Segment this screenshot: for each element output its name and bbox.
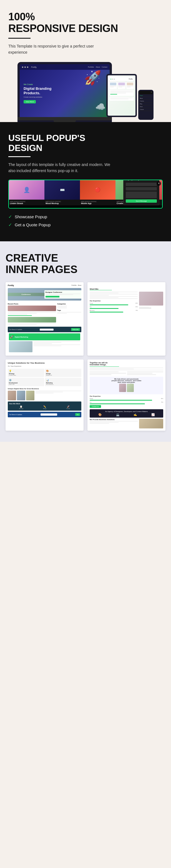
exp-bar (90, 400, 152, 401)
hw-step-1: 📋 Strategy (19, 405, 23, 409)
check-icon: ✓ (8, 214, 12, 219)
lc-title: Digital BrandingProducts. (24, 87, 52, 95)
feature-label: Showcase Popup (15, 214, 47, 219)
biz-line (90, 423, 109, 424)
hw-steps: 📋 Strategy ✏️ Design 🚀 Launch (9, 405, 80, 409)
pi-label-1: WEB DESIGN GRAPHIC Linden Straub (9, 199, 44, 206)
people-line (35, 391, 81, 391)
person-thumb-3 (26, 391, 34, 400)
tag-line (57, 312, 81, 312)
blog-digital: 🚀 Digital Marketing (8, 332, 81, 353)
nav-item: Portfolio (72, 284, 77, 286)
laptop-logo: Portify (31, 66, 37, 68)
contact-detail-line (127, 371, 164, 372)
form-field-name[interactable] (126, 183, 157, 186)
service-card: 🎨 Design Beautiful UI (45, 369, 81, 377)
service-card: ⚙️ Development Clean code (8, 378, 44, 386)
tb-line (110, 98, 133, 98)
responsive-section: 100% RESPONSIVE DESIGN This Template Is … (0, 0, 171, 122)
about-body: Our Expertise Design80% Dev60% Marketing… (90, 292, 163, 313)
digital-text-col (33, 341, 80, 352)
nav-item: Contact (102, 66, 107, 68)
exp-label: Design80% (90, 303, 138, 304)
about-title: Short Bio (90, 288, 163, 290)
together-header: Together we will doimoredible things. (90, 362, 163, 370)
blog-nav: Portfolio About (72, 284, 81, 286)
tc-card-line (127, 87, 131, 87)
tc-card (118, 82, 125, 89)
contact-page-card: Together we will doimoredible things. (88, 360, 166, 431)
blog-hero-img: Conference Designer Conference (8, 288, 81, 301)
blog-line (8, 323, 56, 324)
popup-title: USEFUL POPUP'S DESIGN (8, 133, 163, 153)
close-icon[interactable]: × (157, 181, 161, 186)
exp-label: Dev60% (90, 306, 138, 308)
cloud-icon: ☁️ (95, 102, 105, 112)
step-text: Launch (66, 408, 70, 409)
popup-section: USEFUL POPUP'S DESIGN The layout of this… (0, 122, 171, 241)
together-line (90, 369, 134, 369)
tc-card-line (110, 86, 116, 87)
form-submit-btn[interactable]: Send Message (126, 199, 157, 203)
sidebar-line (57, 307, 67, 307)
nav-dot (27, 66, 28, 68)
phone-logo: P (151, 91, 152, 94)
exp2-btn[interactable]: Contact Us (90, 405, 101, 408)
digital-text: Digital Marketing (15, 336, 28, 338)
contact-details (90, 371, 126, 376)
form-field-message[interactable] (126, 192, 157, 198)
newsletter-bar: Get News & Updates Go (8, 412, 81, 417)
digital-content (9, 341, 80, 352)
newsletter-input[interactable] (40, 329, 54, 331)
person-title (139, 308, 151, 308)
phone-nav-bar: P (139, 91, 153, 94)
about-page-card: Short Bio Our Expertise Design80% (88, 282, 166, 355)
hw-title: How We Work (9, 403, 80, 405)
quote-form-popup: We are always happy to discuss any of yo… (123, 180, 159, 205)
footer-text: Get News & Updates (9, 329, 22, 330)
digital-img (9, 341, 32, 352)
tb-line-accent (110, 94, 117, 95)
tc-card-line (110, 87, 114, 87)
title-divider (8, 38, 31, 39)
tc-card (109, 82, 117, 89)
services-page-mockup: Unique Solutions for You Business 15+ Ye… (5, 360, 83, 420)
help-person-2 (127, 384, 134, 392)
portfolio-image-3: 🔴 (80, 180, 115, 199)
newsletter-text: Get News & Updates (9, 414, 22, 415)
contact-detail-line (90, 373, 126, 374)
help-people (91, 384, 162, 392)
people-text (35, 391, 81, 400)
together-line (90, 370, 163, 370)
about-line (90, 297, 118, 298)
help-person-1 (119, 384, 126, 392)
biz-line (90, 421, 138, 422)
laptop-screen: Portify Portfolio About Contact We Creat… (20, 64, 110, 117)
blog-sidebar-title: Categories (57, 303, 81, 305)
exp-bar-dev (90, 308, 118, 309)
agency-section: An Agency of Designers, Developers and C… (90, 409, 163, 417)
biz-line (90, 422, 118, 423)
biz-text: We Provide Business Solutions (90, 419, 138, 428)
about-img-col (139, 292, 163, 313)
newsletter-input[interactable] (40, 413, 57, 416)
pi-label-3: WEB DESIGN GRAPHIC Mobile App (80, 199, 115, 206)
tablet-content-row (109, 82, 134, 89)
lc-btn: View Work (24, 100, 36, 103)
agency-icon-strategy: 📈 (151, 413, 155, 416)
newsletter-btn[interactable]: Subscribe (71, 328, 80, 331)
about2-page-mockup: Together we will doimoredible things. (88, 360, 166, 431)
newsletter-btn[interactable]: Go (75, 413, 80, 416)
check-icon: ✓ (8, 222, 12, 227)
dc-line (33, 344, 80, 345)
responsive-description: This Template Is responsive to give a pe… (8, 43, 103, 56)
form-field-email[interactable] (126, 187, 157, 190)
tc-card-img (118, 83, 125, 85)
tb-line (110, 99, 129, 99)
phone-nav-item: Contact (139, 108, 153, 111)
together-divider (90, 366, 119, 367)
sidebar-line (57, 306, 67, 306)
contact-detail-line (90, 374, 111, 375)
contact-detail-line (127, 373, 152, 374)
exp-label: Marketing70% (90, 310, 138, 311)
